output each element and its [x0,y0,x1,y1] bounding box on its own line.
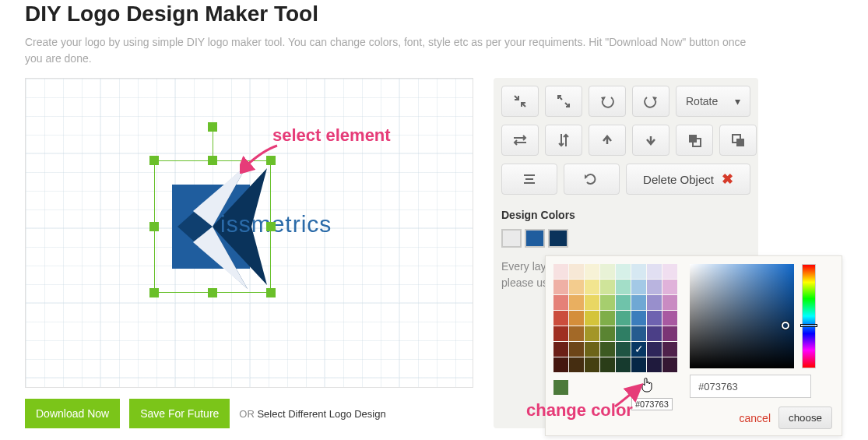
palette-color[interactable] [600,357,615,372]
swatch-1[interactable] [501,229,522,248]
palette-color[interactable] [585,280,599,294]
palette-color[interactable] [600,326,615,341]
palette-color[interactable] [585,342,599,357]
palette-color[interactable] [569,326,584,341]
palette-color[interactable] [616,342,631,357]
resize-handle-bl[interactable] [149,288,159,297]
page-title: DIY Logo Design Maker Tool [25,2,843,26]
sl-handle[interactable] [782,322,789,329]
palette-color[interactable] [631,264,646,279]
swatch-2[interactable] [525,229,545,248]
palette-color[interactable] [662,280,677,294]
palette-color[interactable] [600,264,615,279]
subtitle: Create your logo by using simple DIY log… [25,34,764,67]
palette-color[interactable] [631,326,646,341]
hex-input[interactable] [690,375,811,398]
palette-color[interactable] [585,357,599,372]
flip-vertical-button[interactable] [545,125,582,156]
palette-color[interactable] [569,357,584,372]
palette-color[interactable] [662,264,677,279]
resize-handle-mb[interactable] [208,288,217,297]
palette-color[interactable] [647,357,662,372]
redo-button[interactable] [632,86,669,117]
palette-color[interactable] [600,280,615,294]
save-button[interactable]: Save For Future [129,399,230,428]
palette-color[interactable] [631,295,646,310]
move-down-button[interactable] [632,125,669,156]
cancel-link[interactable]: cancel [740,412,771,424]
palette-color[interactable] [616,295,631,310]
palette-color[interactable] [647,264,662,279]
palette-color[interactable] [647,295,662,310]
palette-color[interactable] [616,326,631,341]
hue-slider[interactable] [802,264,816,368]
palette-color-selected[interactable] [631,342,646,357]
palette-color[interactable] [600,311,615,326]
palette-color[interactable] [662,311,677,326]
palette-color[interactable] [647,311,662,326]
palette-color[interactable] [553,280,568,294]
palette-color[interactable] [553,326,568,341]
palette-color[interactable] [553,357,568,372]
palette-color[interactable] [647,280,662,294]
rotate-select[interactable]: Rotate ▾ [676,86,750,117]
swatch-3[interactable] [548,229,568,248]
palette-color[interactable] [616,280,631,294]
resize-handle-ml[interactable] [149,222,159,231]
palette-color[interactable] [553,295,568,310]
selected-hex-tooltip: #073763 [631,398,673,410]
palette-color[interactable] [553,311,568,326]
palette-color[interactable] [585,326,599,341]
palette-color[interactable] [631,280,646,294]
palette-color[interactable] [569,342,584,357]
shrink-button[interactable] [501,86,539,117]
logo-canvas[interactable]: issmetrics select element [25,78,473,388]
palette-color[interactable] [585,311,599,326]
palette-color[interactable] [569,311,584,326]
select-different-link[interactable]: Select Different Logo Design [257,408,385,420]
reset-button[interactable] [564,164,620,195]
move-up-button[interactable] [589,125,626,156]
palette-color[interactable] [662,342,677,357]
palette-color[interactable] [600,342,615,357]
palette-color[interactable] [616,311,631,326]
palette-color[interactable] [647,326,662,341]
palette-color[interactable] [569,280,584,294]
bring-front-button[interactable] [676,125,713,156]
selection-box[interactable] [154,160,271,293]
palette-color[interactable] [662,295,677,310]
palette-color[interactable] [662,357,677,372]
send-back-button[interactable] [719,125,757,156]
color-palette [553,264,677,372]
palette-color[interactable] [600,295,615,310]
resize-handle-br[interactable] [266,288,276,297]
delete-object-button[interactable]: Delete Object ✖ [626,164,750,195]
palette-color[interactable] [647,342,662,357]
palette-color[interactable] [569,295,584,310]
palette-color[interactable] [585,295,599,310]
expand-button[interactable] [545,86,582,117]
palette-color[interactable] [616,264,631,279]
align-button[interactable] [501,164,557,195]
resize-handle-mr[interactable] [266,222,276,231]
choose-button[interactable]: choose [778,407,832,429]
undo-button[interactable] [589,86,626,117]
palette-color[interactable] [553,342,568,357]
palette-color[interactable] [616,357,631,372]
resize-handle-tr[interactable] [266,156,276,165]
recent-color[interactable] [553,380,568,395]
palette-color[interactable] [631,311,646,326]
download-button[interactable]: Download Now [25,399,120,428]
palette-color[interactable] [553,264,568,279]
palette-color[interactable] [585,264,599,279]
palette-color[interactable] [631,357,646,372]
or-select-different: OR Select Different Logo Design [239,408,385,420]
saturation-lightness-box[interactable] [690,264,794,368]
palette-color[interactable] [662,326,677,341]
resize-handle-mt[interactable] [208,156,217,165]
flip-horizontal-button[interactable] [501,125,539,156]
rotate-handle[interactable] [208,122,217,132]
resize-handle-tl[interactable] [149,156,159,165]
palette-color[interactable] [569,264,584,279]
hue-handle[interactable] [800,324,817,327]
